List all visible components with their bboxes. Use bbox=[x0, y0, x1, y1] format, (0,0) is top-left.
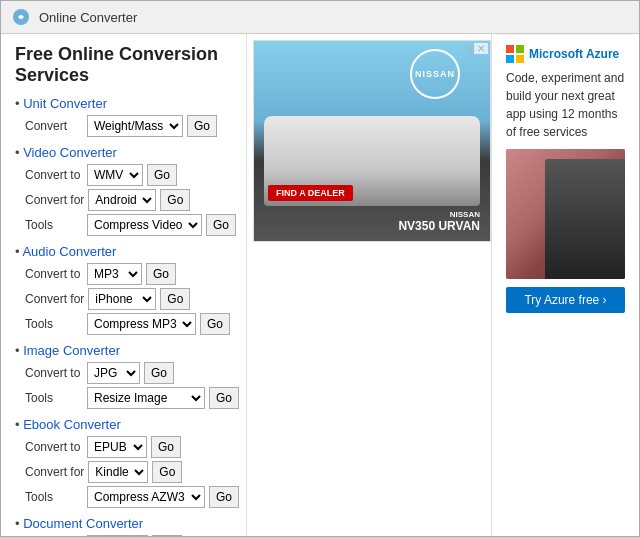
azure-sq-red bbox=[506, 45, 514, 53]
select-video-0[interactable]: WMVMP4AVIMOV bbox=[87, 164, 143, 186]
row-label-image-1: Tools bbox=[25, 391, 83, 405]
section-unit: Unit ConverterConvertWeight/MassLengthTe… bbox=[15, 96, 232, 137]
row-ebook-1: Convert forKindleiPadKoboGo bbox=[15, 461, 232, 483]
go-button-video-0[interactable]: Go bbox=[147, 164, 177, 186]
nissan-ad-banner: NISSAN FIND A DEALER NISSAN NV350 URVAN … bbox=[254, 41, 490, 241]
row-label-unit-0: Convert bbox=[25, 119, 83, 133]
select-ebook-0[interactable]: EPUBMOBIPDFAZW3 bbox=[87, 436, 147, 458]
go-button-ebook-0[interactable]: Go bbox=[151, 436, 181, 458]
row-video-2: ToolsCompress VideoTrim VideoMerge Video… bbox=[15, 214, 232, 236]
row-label-ebook-1: Convert for bbox=[25, 465, 84, 479]
section-ebook: Ebook ConverterConvert toEPUBMOBIPDFAZW3… bbox=[15, 417, 232, 508]
section-document: Document ConverterConvert toPDFDOCXTXTHT… bbox=[15, 516, 232, 536]
section-title-document[interactable]: Document Converter bbox=[15, 516, 232, 531]
inline-ads-area: NISSAN FIND A DEALER NISSAN NV350 URVAN … bbox=[253, 40, 491, 530]
nissan-logo-circle: NISSAN bbox=[410, 49, 460, 99]
section-title-video[interactable]: Video Converter bbox=[15, 145, 232, 160]
section-title-ebook[interactable]: Ebook Converter bbox=[15, 417, 232, 432]
left-panel: Free Online Conversion Services Unit Con… bbox=[1, 34, 247, 536]
azure-photo bbox=[506, 149, 625, 279]
row-label-ebook-2: Tools bbox=[25, 490, 83, 504]
select-ebook-2[interactable]: Compress AZW3Merge EPUB bbox=[87, 486, 205, 508]
titlebar-title: Online Converter bbox=[39, 10, 137, 25]
row-image-0: Convert toJPGPNGGIFBMPGo bbox=[15, 362, 232, 384]
azure-ad-text: Code, experiment and build your next gre… bbox=[506, 69, 625, 141]
row-label-audio-1: Convert for bbox=[25, 292, 84, 306]
row-audio-1: Convert foriPhoneAndroidiPadGo bbox=[15, 288, 232, 310]
titlebar: Online Converter bbox=[1, 1, 639, 34]
section-image: Image ConverterConvert toJPGPNGGIFBMPGoT… bbox=[15, 343, 232, 409]
azure-ad-sidebar: Microsoft Azure Code, experiment and bui… bbox=[491, 34, 639, 536]
row-label-audio-0: Convert to bbox=[25, 267, 83, 281]
azure-sq-blue bbox=[506, 55, 514, 63]
row-video-0: Convert toWMVMP4AVIMOVGo bbox=[15, 164, 232, 186]
section-title-audio[interactable]: Audio Converter bbox=[15, 244, 232, 259]
row-label-video-0: Convert to bbox=[25, 168, 83, 182]
select-video-1[interactable]: AndroidiPhoneiPadTV bbox=[88, 189, 156, 211]
main-content: Free Online Conversion Services Unit Con… bbox=[1, 34, 639, 536]
row-document-0: Convert toPDFDOCXTXTHTMLGo bbox=[15, 535, 232, 536]
row-label-image-0: Convert to bbox=[25, 366, 83, 380]
select-image-0[interactable]: JPGPNGGIFBMP bbox=[87, 362, 140, 384]
row-audio-0: Convert toMP3WAVAACOGGGo bbox=[15, 263, 232, 285]
nissan-model-text: NISSAN NV350 URVAN bbox=[398, 210, 480, 233]
azure-logo-row: Microsoft Azure bbox=[506, 45, 619, 63]
go-button-ebook-2[interactable]: Go bbox=[209, 486, 239, 508]
select-ebook-1[interactable]: KindleiPadKobo bbox=[88, 461, 148, 483]
nissan-logo: NISSAN bbox=[410, 49, 460, 101]
sections-container: Unit ConverterConvertWeight/MassLengthTe… bbox=[15, 96, 232, 536]
go-button-unit-0[interactable]: Go bbox=[187, 115, 217, 137]
row-label-ebook-0: Convert to bbox=[25, 440, 83, 454]
azure-try-button[interactable]: Try Azure free › bbox=[506, 287, 625, 313]
row-audio-2: ToolsCompress MP3Trim MP3Merge MP3Go bbox=[15, 313, 232, 335]
go-button-ebook-1[interactable]: Go bbox=[152, 461, 182, 483]
go-button-image-0[interactable]: Go bbox=[144, 362, 174, 384]
select-document-0[interactable]: PDFDOCXTXTHTML bbox=[87, 535, 148, 536]
select-audio-2[interactable]: Compress MP3Trim MP3Merge MP3 bbox=[87, 313, 196, 335]
go-button-video-1[interactable]: Go bbox=[160, 189, 190, 211]
app-icon bbox=[11, 7, 31, 27]
ad-close-icon[interactable]: ✕ bbox=[474, 43, 488, 54]
azure-sq-green bbox=[516, 45, 524, 53]
select-video-2[interactable]: Compress VideoTrim VideoMerge Video bbox=[87, 214, 202, 236]
select-image-1[interactable]: Resize ImageCompress ImageCrop Image bbox=[87, 387, 205, 409]
row-label-audio-2: Tools bbox=[25, 317, 83, 331]
azure-ad: Microsoft Azure Code, experiment and bui… bbox=[498, 34, 633, 536]
section-video: Video ConverterConvert toWMVMP4AVIMOVGoC… bbox=[15, 145, 232, 236]
azure-logo-squares bbox=[506, 45, 524, 63]
select-unit-0[interactable]: Weight/MassLengthTemperature bbox=[87, 115, 183, 137]
select-audio-0[interactable]: MP3WAVAACOGG bbox=[87, 263, 142, 285]
go-button-audio-2[interactable]: Go bbox=[200, 313, 230, 335]
go-button-image-1[interactable]: Go bbox=[209, 387, 239, 409]
azure-sq-yellow bbox=[516, 55, 524, 63]
row-label-video-1: Convert for bbox=[25, 193, 84, 207]
row-video-1: Convert forAndroidiPhoneiPadTVGo bbox=[15, 189, 232, 211]
main-window: Online Converter Free Online Conversion … bbox=[0, 0, 640, 537]
row-ebook-2: ToolsCompress AZW3Merge EPUBGo bbox=[15, 486, 232, 508]
go-button-audio-0[interactable]: Go bbox=[146, 263, 176, 285]
nissan-dealer-button[interactable]: FIND A DEALER bbox=[268, 185, 353, 201]
azure-brand: Microsoft Azure bbox=[529, 47, 619, 61]
row-unit-0: ConvertWeight/MassLengthTemperatureGo bbox=[15, 115, 232, 137]
azure-photo-person bbox=[545, 159, 625, 279]
page-title: Free Online Conversion Services bbox=[15, 44, 232, 86]
nissan-ad: NISSAN FIND A DEALER NISSAN NV350 URVAN … bbox=[253, 40, 491, 242]
row-ebook-0: Convert toEPUBMOBIPDFAZW3Go bbox=[15, 436, 232, 458]
section-title-unit[interactable]: Unit Converter bbox=[15, 96, 232, 111]
go-button-document-0[interactable]: Go bbox=[152, 535, 182, 536]
section-title-image[interactable]: Image Converter bbox=[15, 343, 232, 358]
go-button-video-2[interactable]: Go bbox=[206, 214, 236, 236]
go-button-audio-1[interactable]: Go bbox=[160, 288, 190, 310]
row-image-1: ToolsResize ImageCompress ImageCrop Imag… bbox=[15, 387, 232, 409]
row-label-video-2: Tools bbox=[25, 218, 83, 232]
section-audio: Audio ConverterConvert toMP3WAVAACOGGGoC… bbox=[15, 244, 232, 335]
select-audio-1[interactable]: iPhoneAndroidiPad bbox=[88, 288, 156, 310]
